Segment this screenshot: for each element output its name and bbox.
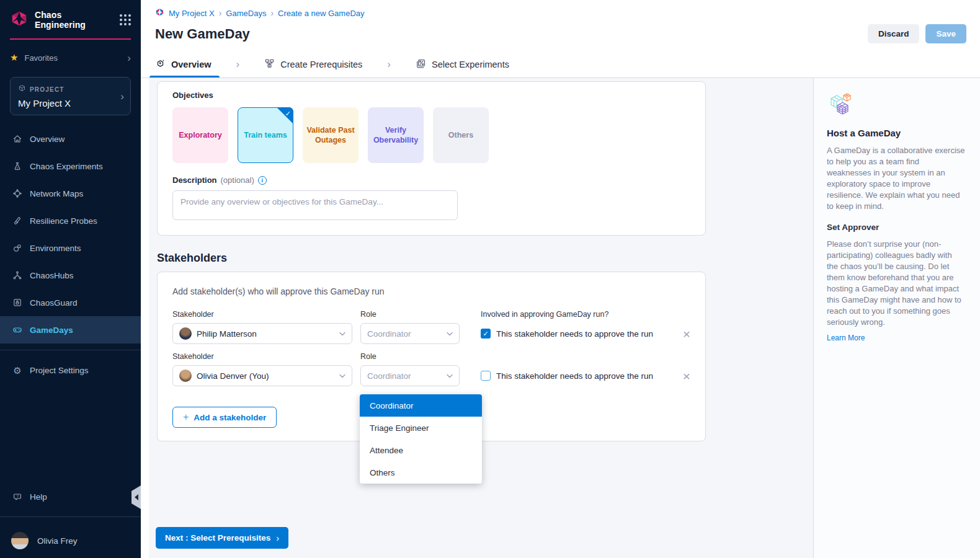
sidebar-divider: [0, 350, 141, 350]
probe-icon: [12, 216, 22, 226]
role-select-1[interactable]: Coordinator: [360, 323, 460, 344]
guard-lock-icon: [12, 298, 22, 308]
stakeholder-column-label: Stakeholder: [172, 352, 352, 361]
tab-select-experiments[interactable]: Select Experiments: [416, 51, 509, 78]
add-stakeholder-button[interactable]: + Add a stakeholder: [172, 407, 277, 428]
stakeholders-card: Add stakeholder(s) who will approve this…: [157, 272, 706, 441]
objective-others[interactable]: Others: [433, 107, 489, 163]
stakeholder-row-labels: Stakeholder Role Involved in approving G…: [172, 310, 690, 319]
info-icon[interactable]: i: [258, 176, 267, 185]
help-panel-body2: Please don’t surprise your (non-particip…: [827, 239, 965, 328]
stakeholder-column-label: Stakeholder: [172, 310, 352, 319]
stakeholder-row-labels: Stakeholder Role: [172, 352, 690, 361]
sidebar-item-environments[interactable]: Environments: [0, 234, 141, 262]
tab-overview[interactable]: Overview: [155, 51, 212, 78]
sidebar-item-chaos-experiments[interactable]: Chaos Experiments: [0, 153, 141, 180]
user-menu[interactable]: Olivia Frey: [0, 523, 141, 558]
flask-icon: [12, 161, 22, 171]
objective-train-teams[interactable]: ✓ Train teams: [238, 107, 293, 163]
gameday-cubes-icon: [827, 108, 853, 118]
chevron-down-icon: [339, 332, 345, 336]
role-option-coordinator[interactable]: Coordinator: [360, 394, 482, 417]
sidebar-divider: [0, 516, 141, 517]
approve-checkbox-2[interactable]: [481, 371, 491, 381]
remove-stakeholder-1-icon[interactable]: ×: [683, 327, 690, 340]
stakeholder-select-2[interactable]: Olivia Denver (You): [172, 365, 352, 386]
chevron-right-icon: ›: [127, 53, 131, 63]
breadcrumb-separator: ›: [219, 8, 222, 18]
breadcrumb-current[interactable]: Create a new GameDay: [278, 9, 364, 18]
remove-stakeholder-2-icon[interactable]: ×: [683, 370, 690, 383]
form-area: Objectives Exploratory ✓ Train teams Val…: [141, 78, 813, 558]
approval-cell: ✓ This stakeholder needs to approve the …: [481, 329, 653, 339]
user-name: Olivia Frey: [37, 536, 78, 546]
objective-verify-observability[interactable]: Verify Obervability: [368, 107, 424, 163]
prerequisites-tab-icon: [264, 58, 275, 71]
project-label: PROJECT: [30, 86, 65, 93]
sidebar-item-chaosguard[interactable]: ChaosGuard: [0, 289, 141, 316]
sidebar-item-help[interactable]: ? Help: [0, 483, 141, 510]
objective-exploratory[interactable]: Exploratory: [172, 107, 228, 163]
page-header: My Project X › GameDays › Create a new G…: [141, 0, 980, 51]
help-panel-body: A GameDay is a collaborative exercise to…: [827, 145, 965, 212]
hub-icon: [12, 270, 22, 280]
tab-separator-icon: ›: [236, 58, 240, 71]
breadcrumb-separator: ›: [270, 8, 274, 18]
favorites-row[interactable]: ★ Favorites ›: [0, 43, 141, 72]
check-icon: ✓: [483, 330, 488, 338]
stakeholder-avatar: [179, 370, 192, 382]
approval-cell: This stakeholder needs to approve the ru…: [481, 371, 653, 381]
experiments-tab-icon: [416, 58, 426, 71]
role-option-attendee[interactable]: Attendee: [360, 439, 482, 461]
help-panel-subtitle: Set Approver: [827, 223, 965, 232]
stakeholders-heading: Stakeholders: [157, 252, 813, 265]
stakeholder-select-1[interactable]: Philip Matterson: [172, 323, 352, 344]
approve-checkbox-1[interactable]: ✓: [481, 329, 491, 339]
sidebar-item-gamedays[interactable]: GameDays: [0, 316, 141, 343]
sidebar-item-chaoshubs[interactable]: ChaosHubs: [0, 262, 141, 289]
description-input[interactable]: [172, 190, 458, 220]
overview-tab-icon: [155, 58, 166, 71]
project-selector[interactable]: PROJECT My Project X ›: [10, 77, 131, 115]
help-panel: Host a GameDay A GameDay is a collaborat…: [813, 78, 980, 558]
tab-create-prerequisites[interactable]: Create Prerequisites: [264, 51, 362, 78]
role-column-label: Role: [360, 352, 460, 361]
discard-button[interactable]: Discard: [868, 24, 920, 43]
content-row: Objectives Exploratory ✓ Train teams Val…: [141, 78, 980, 558]
objectives-label: Objectives: [172, 91, 690, 100]
user-avatar: [11, 532, 29, 549]
favorites-label: Favorites: [24, 53, 57, 63]
sidebar-header: ChaosEngineering: [0, 0, 141, 36]
next-select-prerequisites-button[interactable]: Next : Select Prerequisites ›: [156, 527, 288, 549]
selected-check-icon: ✓: [285, 108, 291, 118]
objective-validate-past-outages[interactable]: Validate Past Outages: [303, 107, 359, 163]
role-column-label: Role: [360, 310, 460, 319]
sidebar-bottom: ? Help Olivia Frey: [0, 483, 141, 558]
chevron-left-icon: [135, 494, 138, 500]
sidebar-item-network-maps[interactable]: Network Maps: [0, 180, 141, 207]
breadcrumb-project[interactable]: My Project X: [169, 9, 215, 18]
page-title: New GameDay: [155, 26, 250, 42]
breadcrumb-gamedays[interactable]: GameDays: [226, 9, 266, 18]
save-button[interactable]: Save: [925, 24, 966, 43]
role-option-others[interactable]: Others: [360, 461, 482, 484]
app-grid-icon[interactable]: [120, 14, 131, 25]
breadcrumb-logo-icon: [155, 7, 164, 19]
chevron-right-icon: ›: [276, 533, 279, 543]
role-option-triage-engineer[interactable]: Triage Engineer: [360, 417, 482, 439]
sidebar-item-resilience-probes[interactable]: Resilience Probes: [0, 207, 141, 234]
sidebar-item-project-settings[interactable]: ⚙ Project Settings: [0, 356, 141, 384]
wizard-tabs: Overview › Create Prerequisites › Select…: [141, 51, 980, 78]
chevron-down-icon: [447, 374, 453, 378]
description-optional-label: (optional): [221, 175, 254, 185]
network-map-icon: [12, 188, 22, 198]
role-select-2[interactable]: Coordinator: [360, 365, 460, 386]
brand-accent-rule: [10, 38, 131, 40]
star-icon: ★: [10, 52, 18, 63]
sidebar-item-overview[interactable]: Overview: [0, 125, 141, 153]
objective-options: Exploratory ✓ Train teams Validate Past …: [172, 107, 690, 163]
help-panel-title: Host a GameDay: [827, 128, 965, 138]
main-area: My Project X › GameDays › Create a new G…: [141, 0, 980, 558]
learn-more-link[interactable]: Learn More: [827, 334, 865, 342]
role-dropdown-menu: Coordinator Triage Engineer Attendee Oth…: [360, 394, 482, 484]
